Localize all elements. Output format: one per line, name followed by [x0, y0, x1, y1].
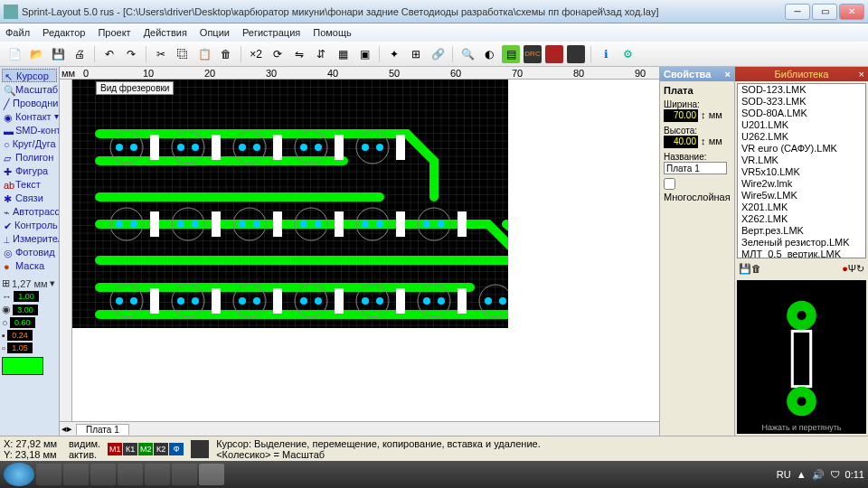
lib-filter-icon[interactable]: Ψ: [848, 263, 856, 274]
board-name-field[interactable]: [664, 162, 727, 174]
props-close-icon[interactable]: ×: [725, 69, 731, 80]
grid-size-label[interactable]: 1,27 мм: [12, 278, 48, 289]
menu-help[interactable]: Помощь: [313, 27, 352, 38]
tool-text[interactable]: abТекст: [2, 177, 57, 191]
status-icon[interactable]: [191, 440, 209, 458]
tab-board-1[interactable]: Плата 1: [76, 424, 129, 435]
task-app3[interactable]: [145, 464, 170, 485]
lib-item[interactable]: X262.LMK: [738, 213, 865, 225]
lib-refresh-icon[interactable]: ↻: [856, 263, 864, 275]
menu-project[interactable]: Проект: [98, 27, 130, 38]
menu-options[interactable]: Опции: [200, 27, 230, 38]
prop-val-a[interactable]: 1.00: [14, 291, 39, 302]
tool-circle[interactable]: ○Круг/Дуга: [2, 136, 57, 150]
new-icon[interactable]: 📄: [5, 45, 24, 63]
tray-lang[interactable]: RU: [777, 469, 791, 480]
chip-icon[interactable]: [567, 45, 585, 63]
chip-red-icon[interactable]: [545, 45, 563, 63]
board-height-field[interactable]: 40.00: [664, 136, 698, 148]
pcb-board[interactable]: [72, 80, 508, 328]
link-icon[interactable]: 🔗: [429, 45, 447, 63]
task-explorer[interactable]: [36, 464, 61, 485]
tool-autoroute[interactable]: ⌁Автотрасса: [2, 204, 57, 218]
snap-icon[interactable]: ✦: [385, 45, 403, 63]
tool-contact[interactable]: ◉Контакт ▾: [2, 109, 57, 123]
save-icon[interactable]: 💾: [49, 45, 67, 63]
lib-item[interactable]: Зеленый резистор.LMK: [738, 237, 865, 249]
tool-figure[interactable]: ✚Фигура: [2, 164, 57, 177]
align-icon[interactable]: ▦: [334, 45, 352, 63]
paste-icon[interactable]: 📋: [195, 45, 213, 63]
tool-cursor[interactable]: ↖Курсор: [2, 69, 57, 82]
minimize-button[interactable]: ─: [785, 4, 810, 20]
duplicate-icon[interactable]: ×2: [247, 45, 265, 63]
task-app2[interactable]: [118, 464, 143, 485]
gear-icon[interactable]: ⚙: [618, 45, 637, 63]
close-button[interactable]: ✕: [839, 4, 864, 20]
lib-item[interactable]: U201.LMK: [738, 119, 865, 131]
menu-register[interactable]: Регистрация: [242, 27, 300, 38]
lib-item[interactable]: SOD-80A.LMK: [738, 108, 865, 119]
maximize-button[interactable]: ▭: [812, 4, 837, 20]
mirror-h-icon[interactable]: ⇋: [290, 45, 308, 63]
tray-net-icon[interactable]: 🔊: [812, 469, 825, 481]
lib-item[interactable]: SOD-323.LMK: [738, 96, 865, 108]
lib-delete-icon[interactable]: 🗑: [751, 263, 761, 274]
redo-icon[interactable]: ↷: [122, 45, 140, 63]
group-icon[interactable]: ▣: [355, 45, 373, 63]
task-browser[interactable]: [63, 464, 89, 485]
menu-file[interactable]: Файл: [5, 27, 30, 38]
lib-item[interactable]: Wire5w.LMK: [738, 190, 865, 202]
lib-item[interactable]: SOD-123.LMK: [738, 84, 865, 96]
mirror-v-icon[interactable]: ⇵: [312, 45, 330, 63]
tray-clock[interactable]: 0:11: [845, 469, 864, 480]
task-skype[interactable]: [172, 464, 197, 485]
cut-icon[interactable]: ✂: [152, 45, 170, 63]
tool-smd[interactable]: ▬SMD-конт: [2, 123, 57, 136]
menu-edit[interactable]: Редактор: [42, 27, 85, 38]
library-list[interactable]: SOD-123.LMK SOD-323.LMK SOD-80A.LMK U201…: [737, 83, 866, 258]
component-preview[interactable]: Нажать и перетянуть: [737, 280, 866, 434]
lib-item[interactable]: VR.LMK: [738, 155, 865, 166]
tray-flag-icon[interactable]: ▲: [797, 469, 807, 480]
multilayer-checkbox[interactable]: [664, 178, 675, 190]
task-app1[interactable]: [90, 464, 116, 485]
contrast-icon[interactable]: ◐: [480, 45, 498, 63]
layers-icon[interactable]: ▤: [502, 45, 520, 63]
prop-val-b[interactable]: 3.00: [13, 305, 38, 315]
task-sprint-layout[interactable]: [199, 464, 224, 485]
board-width-field[interactable]: 70.00: [664, 109, 698, 122]
print-icon[interactable]: 🖨: [71, 45, 89, 63]
millview-button[interactable]: Вид фрезеровки: [96, 81, 174, 95]
lib-item[interactable]: Wire2w.lmk: [738, 178, 865, 190]
tool-measure[interactable]: ⟂Измеритель: [2, 231, 57, 245]
canvas[interactable]: Вид фрезеровки: [72, 80, 659, 421]
copy-icon[interactable]: ⿻: [174, 45, 192, 63]
tray-battery-icon[interactable]: 🛡: [830, 469, 840, 480]
info-icon[interactable]: ℹ: [597, 45, 615, 63]
tool-check[interactable]: ✔Контроль: [2, 218, 57, 231]
lib-close-icon[interactable]: ×: [859, 69, 864, 80]
lib-rec-icon[interactable]: ●: [842, 263, 848, 274]
lib-item[interactable]: Верт.рез.LMK: [738, 225, 865, 237]
tool-mask[interactable]: ●Маска: [2, 258, 57, 272]
prop-val-d[interactable]: 0.24: [7, 330, 33, 341]
undo-icon[interactable]: ↶: [100, 45, 118, 63]
grid-icon[interactable]: ⊞: [407, 45, 425, 63]
lib-item[interactable]: X201.LMK: [738, 202, 865, 213]
prop-val-e[interactable]: 1.05: [7, 343, 33, 353]
tool-wire[interactable]: ╱Проводник: [2, 96, 57, 109]
color-swatch[interactable]: [2, 357, 43, 375]
lib-item[interactable]: VR5x10.LMK: [738, 166, 865, 178]
search-icon[interactable]: 🔍: [458, 45, 476, 63]
tool-photoview[interactable]: ◎Фотовид: [2, 245, 57, 258]
open-icon[interactable]: 📂: [27, 45, 45, 63]
prop-val-c[interactable]: 0.60: [10, 317, 35, 328]
lib-item[interactable]: U262.LMK: [738, 131, 865, 143]
lib-save-icon[interactable]: 💾: [739, 263, 751, 275]
start-button[interactable]: [4, 463, 34, 486]
drc-icon[interactable]: DRC: [524, 45, 542, 63]
lib-item[interactable]: МЛТ_0.5_вертик.LMK: [738, 249, 865, 258]
tool-polygon[interactable]: ▱Полигон: [2, 150, 57, 164]
rotate-icon[interactable]: ⟳: [269, 45, 287, 63]
